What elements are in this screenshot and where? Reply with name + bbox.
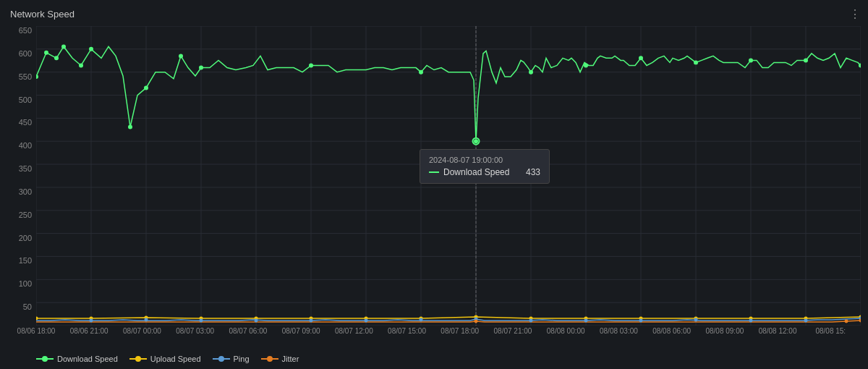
x-label-8: 08/07 18:00 (441, 327, 479, 335)
legend-ping: Ping (213, 355, 250, 363)
x-label-9: 08/07 21:00 (494, 327, 532, 335)
svg-point-77 (584, 319, 588, 323)
svg-point-49 (749, 58, 753, 62)
svg-point-45 (529, 70, 533, 75)
svg-point-69 (145, 318, 148, 322)
menu-icon[interactable]: ⋮ (849, 7, 861, 21)
svg-point-70 (200, 319, 203, 323)
svg-point-40 (199, 66, 203, 70)
svg-point-81 (804, 319, 808, 323)
svg-point-35 (79, 63, 83, 67)
legend-upload: Upload Speed (129, 355, 201, 363)
svg-point-84 (845, 320, 848, 323)
x-label-3: 08/07 03:00 (176, 327, 214, 335)
x-label-10: 08/08 00:00 (547, 327, 585, 335)
y-label: 600 (19, 49, 32, 58)
svg-point-36 (89, 47, 93, 51)
y-label: 500 (19, 96, 32, 104)
svg-point-39 (179, 54, 183, 58)
x-label-2: 08/07 00:00 (123, 327, 161, 335)
svg-point-74 (420, 318, 423, 322)
legend-ping-label: Ping (234, 355, 250, 363)
y-axis: 650 600 550 500 450 400 350 300 250 200 … (0, 26, 36, 326)
svg-point-48 (694, 60, 698, 64)
legend-ping-dot (218, 356, 224, 362)
x-label-12: 08/08 06:00 (652, 327, 691, 335)
svg-point-41 (309, 63, 313, 67)
x-label-14: 08/08 12:00 (759, 327, 797, 335)
legend-upload-label: Upload Speed (150, 355, 201, 363)
svg-point-38 (144, 85, 148, 90)
svg-point-83 (475, 320, 478, 323)
x-label-1: 08/06 21:00 (70, 327, 109, 335)
legend-download-dot (42, 356, 48, 362)
x-label-13: 08/08 09:00 (705, 327, 744, 335)
x-label-15: 08/08 15: (815, 327, 846, 335)
chart-area: 2024-08-07 19:00:00 Download Speed 433 (36, 26, 861, 326)
chart-title: Network Speed (10, 9, 75, 20)
svg-point-72 (310, 319, 313, 323)
x-axis: 08/06 18:00 08/06 21:00 08/07 00:00 08/0… (36, 327, 861, 342)
legend-ping-color (213, 358, 230, 360)
legend-jitter-label: Jitter (282, 355, 299, 363)
y-label: 100 (19, 279, 32, 288)
y-label: 150 (19, 256, 32, 265)
x-label-5: 08/07 09:00 (282, 327, 320, 335)
download-dots (36, 44, 861, 144)
legend-upload-color (129, 358, 147, 360)
svg-point-46 (584, 63, 588, 67)
svg-point-33 (54, 56, 59, 60)
x-label-11: 08/08 03:00 (600, 327, 638, 335)
x-label-4: 08/07 06:00 (229, 327, 267, 335)
x-label-0: 08/06 18:00 (17, 327, 56, 335)
y-label: 50 (23, 302, 32, 311)
y-label: 200 (19, 234, 32, 242)
y-label: 450 (19, 118, 32, 127)
legend-download-color (36, 358, 54, 360)
svg-point-73 (365, 319, 368, 323)
download-speed-line (36, 46, 861, 141)
svg-point-52 (36, 317, 38, 321)
legend-jitter: Jitter (261, 355, 299, 363)
y-label: 350 (19, 164, 32, 173)
chart-legend: Download Speed Upload Speed Ping Jitter (36, 355, 299, 363)
x-label-7: 08/07 15:00 (388, 327, 426, 335)
chart-container: Network Speed ⋮ 650 600 550 500 450 400 … (0, 0, 868, 369)
main-svg (36, 26, 861, 326)
svg-point-47 (639, 56, 643, 60)
svg-point-42 (419, 70, 423, 75)
svg-point-31 (36, 75, 38, 79)
legend-jitter-dot (267, 356, 273, 362)
svg-point-76 (529, 319, 533, 323)
y-label: 400 (19, 141, 32, 150)
svg-point-71 (255, 319, 258, 323)
y-label: 550 (19, 72, 32, 81)
legend-upload-dot (135, 356, 141, 362)
legend-download-label: Download Speed (57, 355, 118, 363)
svg-point-78 (639, 319, 643, 323)
x-label-6: 08/07 12:00 (335, 327, 373, 335)
svg-point-79 (694, 318, 698, 322)
svg-point-50 (804, 58, 808, 62)
y-label: 250 (19, 211, 32, 219)
svg-point-32 (44, 51, 48, 55)
legend-download: Download Speed (36, 355, 118, 363)
svg-point-37 (128, 124, 132, 129)
svg-point-34 (61, 44, 66, 48)
svg-point-44 (474, 139, 478, 143)
y-label: 300 (19, 187, 32, 196)
legend-jitter-color (261, 358, 278, 360)
y-label: 650 (19, 26, 32, 35)
upload-speed-line (36, 317, 861, 318)
svg-point-80 (749, 319, 753, 323)
svg-point-68 (90, 319, 93, 323)
